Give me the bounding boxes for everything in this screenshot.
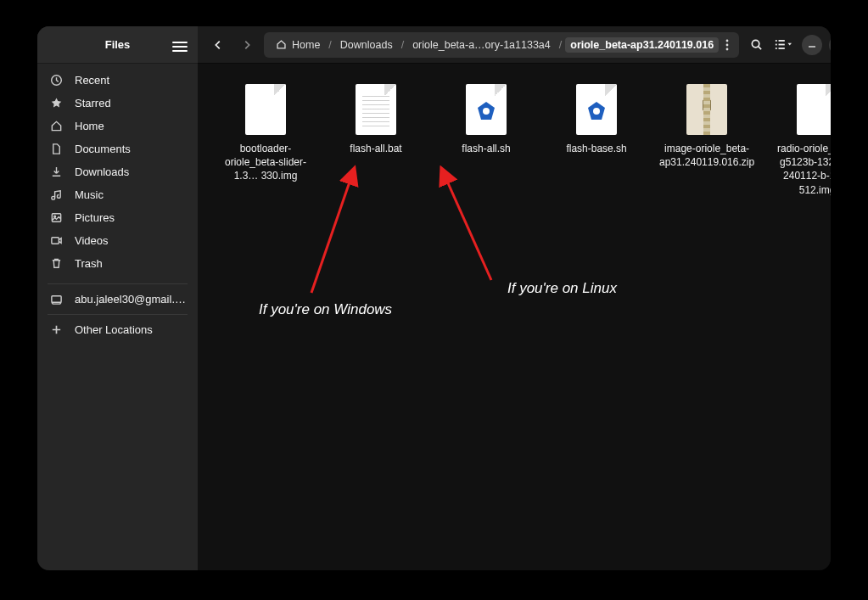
- file-icon-shell: [576, 84, 617, 135]
- path-menu-button[interactable]: [722, 39, 732, 51]
- breadcrumb-separator: /: [559, 39, 562, 51]
- forward-button[interactable]: [235, 33, 259, 57]
- file-icon-text: [356, 84, 396, 135]
- svg-rect-12: [779, 44, 785, 46]
- svg-rect-13: [776, 48, 777, 49]
- file-grid: bootloader-oriole_beta-slider-1.3… 330.i…: [198, 64, 831, 217]
- file-icon-archive: [686, 84, 727, 135]
- breadcrumb-separator: /: [401, 39, 404, 51]
- maximize-button[interactable]: [829, 35, 831, 55]
- sidebar-item-starred[interactable]: Starred: [37, 92, 198, 115]
- sidebar-item-videos[interactable]: Videos: [37, 229, 198, 252]
- list-icon: [775, 38, 792, 51]
- file-item[interactable]: radio-oriole_beta-g5123b-132217-240112-b…: [764, 81, 831, 200]
- search-button[interactable]: [744, 33, 768, 57]
- music-icon: [49, 188, 63, 202]
- trash-icon: [49, 257, 63, 271]
- sidebar: Files Recent Starred Home Documents: [37, 26, 198, 570]
- file-label: radio-oriole_beta-g5123b-132217-240112-b…: [769, 142, 831, 197]
- breadcrumb-home[interactable]: Home: [271, 37, 325, 53]
- search-icon: [750, 38, 763, 51]
- sidebar-item-label: Music: [75, 188, 104, 201]
- cloud-icon: [49, 293, 63, 306]
- annotation-arrow-linux: [425, 161, 501, 284]
- sidebar-item-pictures[interactable]: Pictures: [37, 206, 198, 229]
- breadcrumb-segment[interactable]: Downloads: [335, 37, 398, 53]
- file-label: flash-base.sh: [566, 142, 626, 155]
- sidebar-places: Recent Starred Home Documents Downloads …: [37, 64, 198, 280]
- breadcrumb-segment-current[interactable]: oriole_beta-ap31.240119.016: [565, 37, 719, 53]
- file-icon-shell: [466, 84, 507, 135]
- clock-icon: [49, 74, 63, 87]
- file-manager-window: Files Recent Starred Home Documents: [37, 26, 831, 570]
- breadcrumb: Home / Downloads / oriole_beta-a…ory-1a1…: [264, 32, 739, 58]
- svg-rect-4: [51, 296, 60, 303]
- sidebar-item-downloads[interactable]: Downloads: [37, 160, 198, 183]
- view-options-button[interactable]: [771, 33, 795, 57]
- sidebar-item-trash[interactable]: Trash: [37, 252, 198, 275]
- svg-point-19: [593, 108, 600, 115]
- breadcrumb-label: oriole_beta-a…ory-1a1133a4: [412, 39, 551, 51]
- sidebar-item-home[interactable]: Home: [37, 115, 198, 137]
- sidebar-menu-button[interactable]: [172, 39, 188, 51]
- sidebar-item-label: Videos: [75, 234, 109, 247]
- breadcrumb-label: Home: [292, 39, 320, 51]
- gear-icon: [586, 101, 607, 121]
- file-label: image-oriole_beta-ap31.240119.016.zip: [658, 142, 756, 169]
- sidebar-divider: [48, 283, 188, 284]
- sidebar-item-label: Pictures: [75, 211, 115, 224]
- home-icon: [49, 120, 63, 133]
- app-title: Files: [105, 38, 131, 51]
- annotation-arrow-windows: [296, 161, 364, 297]
- sidebar-header: Files: [37, 26, 198, 64]
- svg-rect-14: [779, 48, 785, 49]
- back-button[interactable]: [206, 33, 230, 57]
- toolbar: Home / Downloads / oriole_beta-a…ory-1a1…: [198, 26, 831, 64]
- svg-line-20: [311, 170, 354, 293]
- file-icon-generic: [245, 84, 286, 135]
- sidebar-item-other-locations[interactable]: Other Locations: [37, 318, 198, 341]
- breadcrumb-label: oriole_beta-ap31.240119.016: [570, 39, 714, 51]
- documents-icon: [49, 143, 63, 156]
- svg-rect-10: [779, 40, 785, 42]
- annotation-linux: If you're on Linux: [507, 280, 617, 297]
- svg-point-17: [483, 108, 490, 115]
- breadcrumb-separator: /: [328, 39, 331, 51]
- sidebar-divider: [48, 314, 188, 315]
- file-item[interactable]: flash-base.sh: [544, 81, 649, 200]
- sidebar-item-documents[interactable]: Documents: [37, 137, 198, 160]
- svg-point-6: [726, 43, 729, 46]
- gear-icon: [476, 101, 496, 121]
- svg-point-7: [726, 48, 729, 50]
- sidebar-item-music[interactable]: Music: [37, 183, 198, 206]
- svg-point-5: [726, 39, 729, 42]
- minimize-button[interactable]: [802, 35, 822, 55]
- sidebar-item-recent[interactable]: Recent: [37, 69, 198, 92]
- plus-icon: [49, 323, 63, 337]
- svg-point-8: [752, 40, 759, 47]
- file-label: flash-all.bat: [350, 142, 401, 155]
- sidebar-item-label: Downloads: [75, 165, 129, 178]
- home-icon: [276, 39, 287, 50]
- breadcrumb-segment[interactable]: oriole_beta-a…ory-1a1133a4: [407, 37, 556, 53]
- pictures-icon: [49, 211, 63, 225]
- sidebar-item-account[interactable]: abu.jaleel30@gmail.com: [37, 288, 198, 311]
- annotation-windows: If you're on Windows: [259, 301, 392, 318]
- videos-icon: [49, 234, 63, 248]
- breadcrumb-label: Downloads: [340, 39, 393, 51]
- star-icon: [49, 97, 63, 110]
- file-view: bootloader-oriole_beta-slider-1.3… 330.i…: [198, 64, 831, 570]
- sidebar-item-label: abu.jaleel30@gmail.com: [75, 293, 186, 306]
- sidebar-item-label: Starred: [75, 97, 111, 109]
- file-item[interactable]: image-oriole_beta-ap31.240119.016.zip: [654, 81, 759, 200]
- svg-rect-9: [776, 40, 777, 42]
- svg-rect-11: [776, 44, 777, 46]
- main-pane: Home / Downloads / oriole_beta-a…ory-1a1…: [198, 26, 831, 570]
- sidebar-item-label: Recent: [75, 74, 109, 87]
- sidebar-item-label: Trash: [75, 257, 103, 270]
- svg-line-21: [442, 170, 491, 280]
- svg-rect-3: [51, 238, 58, 244]
- toolbar-right: [744, 33, 831, 57]
- file-label: flash-all.sh: [462, 142, 510, 155]
- sidebar-item-label: Home: [75, 120, 104, 132]
